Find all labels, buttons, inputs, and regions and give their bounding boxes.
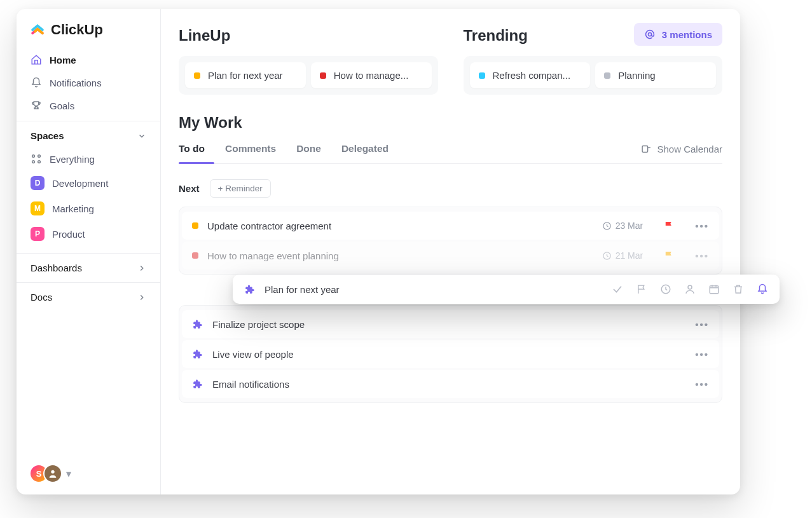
space-label: Marketing xyxy=(52,203,94,214)
footer-label: Docs xyxy=(31,292,52,303)
mywork-tabs: To do Comments Done Delegated Show Calen… xyxy=(179,143,722,164)
status-dot-icon xyxy=(604,72,610,79)
svg-point-3 xyxy=(38,161,41,163)
nav-goals[interactable]: Goals xyxy=(22,94,155,117)
at-icon xyxy=(644,29,656,40)
check-icon[interactable] xyxy=(612,283,623,295)
brand-name: ClickUp xyxy=(51,22,103,38)
nav-home[interactable]: Home xyxy=(22,48,155,71)
popover-title: Plan for next year xyxy=(265,284,340,295)
clickup-logo-icon xyxy=(29,22,46,38)
svg-point-5 xyxy=(648,32,651,36)
puzzle-icon xyxy=(192,348,203,360)
trending-cards: Refresh compan... Planning xyxy=(464,56,723,95)
user-avatars[interactable]: S ▾ xyxy=(29,464,71,483)
card-label: How to manage... xyxy=(334,70,409,81)
chevron-right-icon xyxy=(137,293,146,302)
primary-nav: Home Notifications Goals xyxy=(17,44,160,121)
space-label: Development xyxy=(52,178,108,189)
space-everything[interactable]: Everything xyxy=(17,147,160,170)
card-label: Plan for next year xyxy=(208,70,283,81)
puzzle-icon xyxy=(192,378,203,390)
status-dot-icon xyxy=(194,72,200,79)
space-product[interactable]: P Product xyxy=(17,221,160,247)
avatar xyxy=(43,464,62,483)
task-row[interactable]: Live view of people ••• xyxy=(182,340,719,368)
svg-rect-11 xyxy=(710,286,719,294)
assignee-icon[interactable] xyxy=(684,283,696,295)
space-label: Everything xyxy=(50,154,95,165)
footer-label: Dashboards xyxy=(31,262,82,273)
nav-docs[interactable]: Docs xyxy=(17,282,160,311)
clock-icon xyxy=(602,251,612,261)
task-title: Update contractor agreement xyxy=(207,221,331,231)
tab-comments[interactable]: Comments xyxy=(225,143,276,163)
status-dot-icon xyxy=(479,72,485,79)
show-calendar-label: Show Calendar xyxy=(657,144,722,154)
space-badge: M xyxy=(31,201,45,215)
calendar-icon[interactable] xyxy=(708,283,720,295)
card-label: Refresh compan... xyxy=(493,70,571,81)
space-development[interactable]: D Development xyxy=(17,170,160,196)
task-title: Live view of people xyxy=(212,349,294,360)
puzzle-icon xyxy=(244,283,256,295)
nav-notifications[interactable]: Notifications xyxy=(22,71,155,94)
flag-icon[interactable] xyxy=(663,220,675,231)
task-row[interactable]: Email notifications ••• xyxy=(182,370,719,398)
svg-point-2 xyxy=(32,161,35,163)
task-date: 21 Mar xyxy=(602,250,643,261)
status-dot-icon xyxy=(320,72,326,79)
flag-icon[interactable] xyxy=(663,250,675,261)
grid-icon xyxy=(31,153,42,165)
space-marketing[interactable]: M Marketing xyxy=(17,196,160,221)
svg-rect-6 xyxy=(643,146,649,152)
spaces-header-label: Spaces xyxy=(31,130,64,141)
trophy-icon xyxy=(31,100,42,111)
svg-point-4 xyxy=(51,470,54,474)
task-popover[interactable]: Plan for next year xyxy=(233,275,780,304)
bell-icon[interactable] xyxy=(757,283,768,295)
nav-label: Home xyxy=(50,55,76,65)
tab-done[interactable]: Done xyxy=(296,143,321,163)
card-label: Planning xyxy=(618,70,655,81)
lineup-card[interactable]: How to manage... xyxy=(311,62,432,88)
task-row[interactable]: Finalize project scope ••• xyxy=(182,310,719,338)
show-calendar-button[interactable]: Show Calendar xyxy=(641,143,722,163)
later-task-list: Finalize project scope ••• Live view of … xyxy=(179,305,722,403)
status-dot-icon xyxy=(192,222,198,229)
more-icon[interactable]: ••• xyxy=(695,379,709,390)
spaces-header[interactable]: Spaces xyxy=(17,121,160,147)
task-title: How to manage event planning xyxy=(207,250,339,261)
puzzle-icon xyxy=(192,318,203,330)
flag-icon[interactable] xyxy=(636,283,647,295)
task-row[interactable]: Update contractor agreement 23 Mar ••• xyxy=(182,212,719,240)
trending-card[interactable]: Refresh compan... xyxy=(470,62,591,88)
bell-icon xyxy=(31,77,42,88)
chevron-right-icon xyxy=(137,264,146,273)
more-icon[interactable]: ••• xyxy=(695,250,709,261)
mentions-chip[interactable]: 3 mentions xyxy=(634,23,722,46)
lineup-title: LineUp xyxy=(179,27,438,44)
more-icon[interactable]: ••• xyxy=(695,221,709,231)
more-icon[interactable]: ••• xyxy=(695,349,709,360)
nav-label: Notifications xyxy=(50,78,102,88)
clock-icon[interactable] xyxy=(660,283,671,295)
tab-todo[interactable]: To do xyxy=(179,143,205,163)
tab-delegated[interactable]: Delegated xyxy=(341,143,389,163)
more-icon[interactable]: ••• xyxy=(695,319,709,330)
nav-dashboards[interactable]: Dashboards xyxy=(17,253,160,282)
trending-card[interactable]: Planning xyxy=(595,62,716,88)
app-window: ClickUp Home Notifications Goals Spaces … xyxy=(17,9,740,494)
nav-label: Goals xyxy=(50,100,74,111)
calendar-panel-icon xyxy=(641,144,652,154)
next-label: Next xyxy=(179,183,200,194)
popover-actions xyxy=(612,283,768,295)
task-title: Finalize project scope xyxy=(212,319,305,330)
lineup-card[interactable]: Plan for next year xyxy=(185,62,306,88)
task-row[interactable]: How to manage event planning 21 Mar ••• xyxy=(182,242,719,269)
svg-point-1 xyxy=(38,155,41,158)
add-reminder-button[interactable]: + Reminder xyxy=(210,179,271,198)
main-content: 3 mentions LineUp Plan for next year How… xyxy=(161,9,740,494)
home-icon xyxy=(31,54,42,65)
trash-icon[interactable] xyxy=(733,283,744,295)
